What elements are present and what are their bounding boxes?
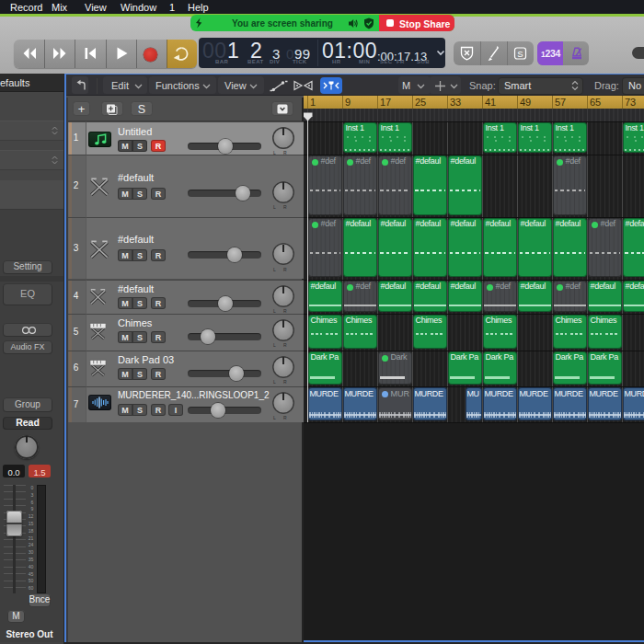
svg-text:S: S [517,49,523,59]
